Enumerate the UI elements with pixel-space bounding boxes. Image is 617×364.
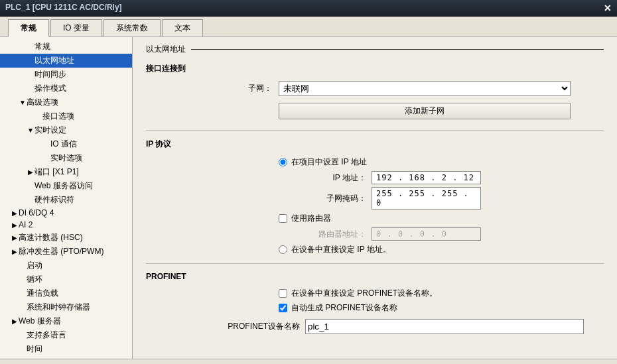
caret-icon[interactable]: ▼ (19, 99, 27, 106)
subnet-mask-input[interactable]: 255 . 255 . 255 . 0 (372, 187, 481, 210)
profinet-section-title: PROFINET (146, 272, 604, 281)
tree-item-label: Web 服务器 (19, 316, 61, 327)
tree-item-label: 通信负载 (27, 288, 58, 299)
auto-name-checkbox[interactable] (279, 304, 287, 312)
add-subnet-button[interactable]: 添加新子网 (279, 103, 571, 119)
tree-item[interactable]: 时间同步 (0, 68, 132, 82)
set-ip-in-device-label: 在设备中直接设定 IP 地址。 (291, 244, 391, 255)
profinet-name-input[interactable] (305, 319, 584, 334)
tree-item-label: 循环 (27, 274, 42, 285)
profinet-name-label: PROFINET设备名称 (206, 321, 305, 332)
tree-item-label: 端口 [X1 P1] (34, 166, 79, 178)
tree-item-label: DI 6/DQ 4 (19, 208, 54, 217)
router-address-input: 0 . 0 . 0 . 0 (372, 227, 481, 241)
tab-3[interactable]: 文本 (162, 19, 203, 36)
tree-item-label: 硬件标识符 (34, 194, 74, 206)
tab-bar: 常规IO 变量系统常数文本 (0, 17, 617, 37)
tree-item[interactable]: 操作模式 (0, 82, 132, 95)
tree-item-label: IO 通信 (50, 139, 77, 150)
tab-0[interactable]: 常规 (8, 19, 49, 37)
device-name-checkbox[interactable] (279, 289, 287, 298)
tree-item[interactable]: IO 通信 (0, 137, 132, 151)
use-router-label: 使用路由器 (291, 213, 331, 224)
tree-item-label: 脉冲发生器 (PTO/PWM) (19, 246, 103, 257)
ip-section-title: IP 协议 (146, 139, 604, 150)
nav-tree[interactable]: 常规以太网地址时间同步操作模式▼高级选项接口选项▼实时设定IO 通信实时选项▶端… (0, 37, 133, 359)
tree-item-label: Web 服务器访问 (34, 180, 93, 192)
subnet-mask-label: 子网掩码： (312, 193, 372, 204)
tree-item-label: 常规 (34, 41, 50, 52)
tree-item-label: 接口选项 (42, 111, 74, 122)
caret-icon[interactable]: ▶ (11, 234, 19, 241)
tree-item[interactable]: ▶高速计数器 (HSC) (0, 231, 132, 245)
tree-item[interactable]: ▶AI 2 (0, 219, 132, 231)
caret-icon[interactable]: ▶ (11, 248, 19, 255)
page-header: 以太网地址 (146, 44, 186, 55)
tree-item-label: AI 2 (19, 220, 33, 229)
tree-item-label: 以太网地址 (34, 55, 74, 66)
tree-item[interactable]: ▼实时设定 (0, 123, 132, 137)
tab-2[interactable]: 系统常数 (103, 19, 161, 36)
tree-item[interactable]: 常规 (0, 40, 132, 54)
set-ip-in-device-radio[interactable] (279, 245, 287, 254)
auto-name-label: 自动生成 PROFINET设备名称 (291, 302, 397, 314)
caret-icon[interactable]: ▶ (11, 210, 19, 217)
interface-section-title: 接口连接到 (146, 63, 604, 74)
tree-item-label: 支持多语言 (27, 330, 66, 341)
caret-icon[interactable]: ▶ (11, 318, 19, 325)
caret-icon[interactable]: ▶ (27, 168, 34, 176)
tab-1[interactable]: IO 变量 (50, 19, 102, 36)
set-ip-in-project-radio[interactable] (279, 158, 287, 166)
caret-icon[interactable]: ▶ (11, 221, 19, 229)
tree-item[interactable]: 时间 (0, 342, 132, 356)
tree-item-label: 时间同步 (34, 69, 66, 80)
properties-panel: 以太网地址 接口连接到 子网： 未联网 添加新子网 IP 协议 (133, 37, 617, 359)
subnet-label: 子网： (146, 83, 279, 94)
tree-item-label: 操作模式 (34, 83, 66, 94)
tree-item[interactable]: ▶脉冲发生器 (PTO/PWM) (0, 245, 132, 259)
router-address-label: 路由器地址： (312, 229, 372, 240)
ip-address-label: IP 地址： (312, 172, 372, 184)
tree-item[interactable]: ▼高级选项 (0, 95, 132, 109)
tree-item-label: 时间 (27, 343, 42, 355)
tree-item[interactable]: 启动 (0, 259, 132, 273)
tree-item[interactable]: ▶端口 [X1 P1] (0, 165, 132, 179)
tree-item[interactable]: 通信负载 (0, 286, 132, 300)
tree-item[interactable]: 硬件标识符 (0, 193, 132, 207)
tree-item-label: 启动 (27, 260, 42, 271)
tree-item-label: 实时设定 (34, 125, 66, 136)
tree-item-label: 实时选项 (50, 152, 82, 164)
tree-item[interactable]: 支持多语言 (0, 328, 132, 342)
tree-item[interactable]: 系统和时钟存储器 (0, 300, 132, 314)
tree-item-label: 系统和时钟存储器 (27, 302, 90, 313)
tree-item[interactable]: 接口选项 (0, 109, 132, 123)
tree-item-label: 高速计数器 (HSC) (19, 232, 83, 243)
subnet-select[interactable]: 未联网 (279, 81, 571, 96)
ip-address-input[interactable]: 192 . 168 . 2 . 12 (372, 171, 481, 184)
tree-item[interactable]: 实时选项 (0, 151, 132, 165)
tree-item[interactable]: 以太网地址 (0, 54, 132, 68)
use-router-checkbox[interactable] (279, 214, 287, 223)
tree-item[interactable]: ▶DI 6/DQ 4 (0, 207, 132, 219)
window-title: PLC_1 [CPU 1211C AC/DC/Rly] (5, 3, 122, 13)
tree-item[interactable]: 循环 (0, 273, 132, 286)
close-icon[interactable]: ✕ (604, 3, 612, 13)
tree-item[interactable]: ▶Web 服务器 (0, 314, 132, 328)
tree-item-label: 高级选项 (27, 97, 58, 108)
caret-icon[interactable]: ▼ (27, 127, 34, 134)
set-ip-in-project-label: 在项目中设置 IP 地址 (291, 156, 367, 168)
tree-item[interactable]: Web 服务器访问 (0, 179, 132, 193)
device-name-label: 在设备中直接设定 PROFINET设备名称。 (291, 288, 437, 299)
